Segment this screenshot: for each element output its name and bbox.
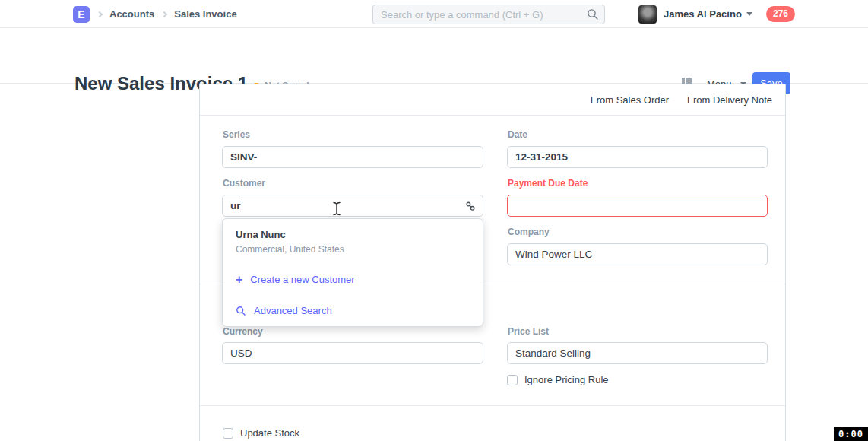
checkbox-icon xyxy=(223,428,233,439)
customer-input-value: ur xyxy=(230,200,241,211)
plus-icon: + xyxy=(236,274,242,284)
payment-due-date-input[interactable] xyxy=(507,195,768,217)
breadcrumb: E Accounts Sales Invoice xyxy=(73,0,237,28)
chevron-down-icon xyxy=(746,12,752,16)
user-avatar xyxy=(638,5,657,24)
text-caret xyxy=(242,200,242,211)
from-sales-order-button[interactable]: From Sales Order xyxy=(591,94,669,106)
customer-autocomplete-dropdown: Urna Nunc Commercial, United States + Cr… xyxy=(222,218,483,327)
top-navbar: E Accounts Sales Invoice James Al Pacino… xyxy=(0,0,868,28)
chevron-right-icon xyxy=(161,11,167,17)
advanced-search-button[interactable]: Advanced Search xyxy=(236,305,332,316)
advanced-search-label: Advanced Search xyxy=(254,305,332,316)
company-input[interactable] xyxy=(507,243,768,265)
from-delivery-note-button[interactable]: From Delivery Note xyxy=(687,94,772,106)
search-icon xyxy=(236,306,246,316)
search-input[interactable] xyxy=(372,5,605,24)
global-search xyxy=(372,5,605,24)
recording-timer: 0:00 xyxy=(834,427,868,441)
currency-label: Currency xyxy=(223,326,263,337)
ignore-pricing-rule-checkbox[interactable]: Ignore Pricing Rule xyxy=(507,374,609,385)
ignore-pricing-rule-label: Ignore Pricing Rule xyxy=(524,374,609,385)
page-header: New Sales Invoice 1 Not Saved Menu Save xyxy=(0,29,868,84)
currency-input[interactable] xyxy=(222,342,483,364)
price-list-input[interactable] xyxy=(507,342,768,364)
notifications-badge[interactable]: 276 xyxy=(766,6,795,22)
search-icon xyxy=(587,8,599,21)
series-label: Series xyxy=(223,129,250,140)
form-top-links: From Sales Order From Delivery Note xyxy=(200,84,785,116)
invoice-form: From Sales Order From Delivery Note Seri… xyxy=(199,84,786,441)
update-stock-label: Update Stock xyxy=(240,427,299,439)
create-new-customer-button[interactable]: + Create a new Customer xyxy=(236,274,355,285)
checkbox-icon xyxy=(507,375,518,385)
create-new-customer-label: Create a new Customer xyxy=(250,274,354,285)
ibeam-cursor-icon xyxy=(332,201,341,216)
series-input[interactable] xyxy=(222,146,483,168)
user-menu[interactable]: James Al Pacino xyxy=(638,0,752,28)
breadcrumb-accounts[interactable]: Accounts xyxy=(109,8,154,20)
customer-input[interactable]: ur xyxy=(222,195,483,217)
customer-suggestion-title: Urna Nunc xyxy=(236,229,470,240)
customer-suggestion[interactable]: Urna Nunc Commercial, United States xyxy=(236,229,470,255)
price-list-label: Price List xyxy=(508,326,549,337)
app-logo[interactable]: E xyxy=(73,6,90,23)
company-label: Company xyxy=(508,227,550,237)
link-icon xyxy=(465,201,476,211)
payment-due-date-label: Payment Due Date xyxy=(508,178,588,189)
customer-label: Customer xyxy=(223,178,265,189)
chevron-right-icon xyxy=(97,11,103,17)
user-name: James Al Pacino xyxy=(664,8,742,20)
sales-invoice-page: E Accounts Sales Invoice James Al Pacino… xyxy=(0,0,868,441)
breadcrumb-sales-invoice[interactable]: Sales Invoice xyxy=(174,8,236,20)
update-stock-checkbox[interactable]: Update Stock xyxy=(223,427,299,439)
section-divider xyxy=(200,405,785,406)
date-input[interactable] xyxy=(507,146,768,168)
date-label: Date xyxy=(508,129,527,140)
customer-suggestion-subtitle: Commercial, United States xyxy=(236,244,470,255)
